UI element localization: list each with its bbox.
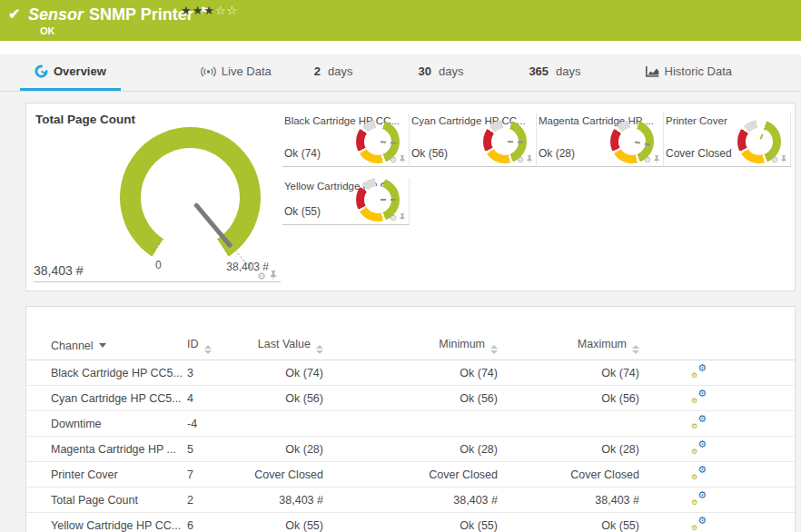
channel-last-value: Cover Closed <box>244 462 323 488</box>
channel-name-link[interactable]: Cyan Cartridge HP CC5... <box>51 392 182 405</box>
gear-icon[interactable]: ⚙ <box>771 156 778 164</box>
channel-name-link[interactable]: Magenta Cartridge HP ... <box>51 443 176 456</box>
channel-settings-gears-icon[interactable]: ⚙⚙ <box>691 441 707 455</box>
column-header-minimum[interactable]: Minimum <box>323 332 498 360</box>
mini-gauge-tile: Printer Cover Cover Closed ⚙ <box>664 113 791 167</box>
tab-365-days[interactable]: 365 days <box>514 54 595 91</box>
sort-icon <box>316 345 323 354</box>
priority-stars[interactable]: ★★★☆☆ <box>181 4 238 17</box>
channel-name-link[interactable]: Total Page Count <box>51 494 138 507</box>
table-row: Black Cartridge HP CC5... 3 Ok (74) Ok (… <box>26 360 795 386</box>
page-title: SNMP Printer <box>89 5 193 24</box>
gauge-value: Ok (28) <box>539 147 575 160</box>
channel-minimum: Ok (74) <box>323 360 498 386</box>
channel-minimum: Ok (56) <box>323 386 498 411</box>
tab-2-days[interactable]: 2 days <box>300 54 368 91</box>
ok-check-icon: ✔ <box>8 5 20 23</box>
sort-desc-icon <box>99 343 106 348</box>
channel-id: 3 <box>187 360 244 386</box>
sort-icon <box>204 345 212 354</box>
tile-hover-icons: ⚙ <box>390 155 406 164</box>
channel-settings-gears-icon[interactable]: ⚙⚙ <box>691 517 707 531</box>
status-badge: OK <box>40 25 55 36</box>
gauge-icon <box>35 64 48 78</box>
column-header-last-value[interactable]: Last Value <box>244 332 323 360</box>
pin-icon[interactable] <box>526 155 533 164</box>
gear-icon[interactable]: ⚙ <box>257 271 266 281</box>
tab-overview[interactable]: Overview <box>20 54 121 91</box>
gear-icon[interactable]: ⚙ <box>390 214 397 222</box>
channel-maximum: Ok (56) <box>498 386 639 411</box>
mini-gauge-tile: Yellow Cartridge HP C... Ok (55) ⚙ <box>282 178 410 225</box>
column-header-edit <box>639 332 795 360</box>
sort-icon <box>632 345 639 354</box>
tile-hover-icons: ⚙ <box>390 213 406 222</box>
stars-filled: ★★★ <box>181 4 215 17</box>
gear-icon[interactable]: ⚙ <box>517 156 524 164</box>
tab-log[interactable]: Log <box>786 54 801 91</box>
channels-table-wrap: ChannelIDLast ValueMinimumMaximum Black … <box>26 307 795 532</box>
channel-last-value: 38,403 # <box>244 488 323 513</box>
channel-name-link[interactable]: Printer Cover <box>51 468 118 481</box>
tile-hover-icons: ⚙ <box>517 155 533 164</box>
gauge-hole <box>746 128 773 155</box>
channel-id: 6 <box>187 513 244 532</box>
tile-underline <box>34 281 281 282</box>
gauge-current-value: 38,403 # <box>34 263 84 278</box>
channel-minimum: Ok (28) <box>323 437 498 462</box>
channel-id: -4 <box>187 411 244 437</box>
gauge-value: Ok (55) <box>284 205 321 218</box>
gear-icon[interactable]: ⚙ <box>390 156 397 164</box>
channel-id: 5 <box>187 437 244 462</box>
header-spacer <box>0 41 801 54</box>
pin-icon[interactable] <box>399 213 406 222</box>
column-header-maximum[interactable]: Maximum <box>498 332 639 360</box>
pin-icon[interactable] <box>399 155 406 164</box>
pin-icon[interactable] <box>269 271 278 281</box>
gauge-value: Ok (74) <box>284 147 321 160</box>
tile-hover-icons: ⚙ <box>771 155 787 164</box>
column-header-id[interactable]: ID <box>187 332 244 360</box>
tab-live-data[interactable]: Live Data <box>186 54 286 91</box>
channel-settings-gears-icon[interactable]: ⚙⚙ <box>691 416 707 429</box>
tab-historic-data[interactable]: Historic Data <box>630 54 747 91</box>
channels-table: ChannelIDLast ValueMinimumMaximum Black … <box>26 332 795 532</box>
mini-gauge-grid: Black Cartridge HP CC... Ok (74) ⚙ Cyan … <box>282 113 791 225</box>
pin-icon[interactable] <box>780 155 787 164</box>
tile-hover-icons: ⚙ <box>257 271 278 281</box>
channel-last-value: Ok (55) <box>244 513 323 532</box>
channel-last-value: Ok (28) <box>244 437 323 462</box>
gear-icon[interactable]: ⚙ <box>644 156 651 164</box>
tab-30-days[interactable]: 30 days <box>403 54 478 91</box>
tile-hover-icons: ⚙ <box>644 155 660 164</box>
channel-last-value: Ok (74) <box>244 360 323 386</box>
channel-name-link[interactable]: Downtime <box>51 418 102 430</box>
table-row: Yellow Cartridge HP CC... 6 Ok (55) Ok (… <box>26 513 795 532</box>
sensor-header: ✔ SensorSNMP Printer⚑ ★★★☆☆ OK <box>0 0 801 41</box>
channel-settings-gears-icon[interactable]: ⚙⚙ <box>691 390 707 404</box>
table-header-row: ChannelIDLast ValueMinimumMaximum <box>26 332 795 360</box>
column-header-channel[interactable]: Channel <box>26 332 187 360</box>
channel-name-link[interactable]: Black Cartridge HP CC5... <box>51 367 183 379</box>
gauges-panel: Total Page Count x 38,403 # 0 38,403 # ⚙… <box>25 103 796 291</box>
channels-panel: ChannelIDLast ValueMinimumMaximum Black … <box>25 306 796 532</box>
channel-settings-gears-icon[interactable]: ⚙⚙ <box>691 492 707 506</box>
table-body: Black Cartridge HP CC5... 3 Ok (74) Ok (… <box>26 360 795 532</box>
table-row: Printer Cover 7 Cover Closed Cover Close… <box>26 462 795 488</box>
channel-settings-gears-icon[interactable]: ⚙⚙ <box>691 467 707 480</box>
channel-maximum: Cover Closed <box>498 462 639 488</box>
channel-maximum: Ok (74) <box>498 360 639 386</box>
channel-last-value: Ok (56) <box>244 386 323 411</box>
channel-name-link[interactable]: Yellow Cartridge HP CC... <box>51 519 181 532</box>
total-page-count-gauge-tile: Total Page Count x 38,403 # 0 38,403 # ⚙ <box>26 103 282 291</box>
gauge-title: Total Page Count <box>35 113 135 126</box>
channel-maximum: 38,403 # <box>498 488 639 513</box>
channel-settings-gears-icon[interactable]: ⚙⚙ <box>691 365 707 379</box>
gauge-value: Cover Closed <box>666 147 732 160</box>
channel-id: 7 <box>187 462 244 488</box>
channel-last-value <box>244 411 323 437</box>
channel-minimum: Cover Closed <box>323 462 498 488</box>
table-row: Total Page Count 2 38,403 # 38,403 # 38,… <box>26 488 795 513</box>
gauge-hole <box>141 148 240 247</box>
pin-icon[interactable] <box>653 155 660 164</box>
